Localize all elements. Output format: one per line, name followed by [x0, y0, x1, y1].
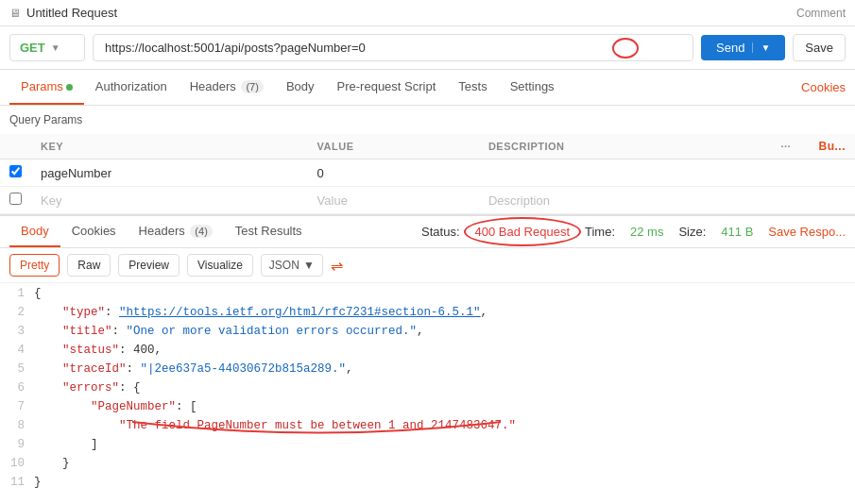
- resp-headers-badge: (4): [190, 225, 212, 238]
- save-button[interactable]: Save: [793, 34, 846, 61]
- tab-params[interactable]: Params: [9, 70, 84, 105]
- response-panel: Body Cookies Headers (4) Test Results St…: [0, 214, 855, 498]
- wrap-icon[interactable]: ⇌: [331, 257, 343, 275]
- empty-key-cell[interactable]: Key: [31, 187, 308, 214]
- tab-body[interactable]: Body: [275, 70, 326, 105]
- method-select[interactable]: GET ▼: [9, 34, 85, 61]
- code-line-9: 9 ]: [0, 438, 855, 457]
- tab-headers[interactable]: Headers (7): [179, 70, 275, 105]
- time-value: 22 ms: [630, 225, 663, 239]
- code-line-3: 3 "title": "One or more validation error…: [0, 325, 855, 344]
- request-tabs: Params Authorization Headers (7) Body Pr…: [0, 70, 855, 106]
- status-value: 400 Bad Request: [475, 225, 570, 239]
- col-key: KEY: [31, 134, 308, 160]
- code-line-11: 11 }: [0, 476, 855, 495]
- value-cell[interactable]: 0: [308, 160, 479, 187]
- url-input-wrapper: [93, 34, 693, 61]
- title-bar: 🖥 Untitled Request Comment: [0, 0, 855, 26]
- status-label: Status:: [421, 225, 459, 239]
- query-params-header: Query Params: [0, 106, 855, 134]
- code-line-2: 2 "type": "https://tools.ietf.org/html/r…: [0, 306, 855, 325]
- params-dot: [66, 84, 73, 91]
- format-raw[interactable]: Raw: [67, 254, 111, 277]
- document-icon: 🖥: [9, 7, 21, 20]
- code-line-4: 4 "status": 400,: [0, 344, 855, 362]
- request-panel: Query Params KEY VALUE DESCRIPTION ··· B…: [0, 106, 855, 214]
- code-line-1: 1 {: [0, 287, 855, 306]
- format-preview[interactable]: Preview: [118, 254, 180, 277]
- code-line-6: 6 "errors": {: [0, 381, 855, 400]
- format-pretty[interactable]: Pretty: [9, 254, 60, 277]
- row-checkbox[interactable]: [9, 165, 22, 177]
- tab-prerequest[interactable]: Pre-request Script: [326, 70, 448, 105]
- response-status: Status: 400 Bad Request Time: 22 ms Size…: [421, 225, 846, 239]
- key-cell[interactable]: pageNumber: [31, 160, 308, 187]
- format-bar: Pretty Raw Preview Visualize JSON ▼ ⇌: [0, 248, 855, 283]
- bulk-edit-button[interactable]: Bu...: [819, 140, 846, 153]
- size-value: 411 B: [721, 225, 753, 239]
- comment-button[interactable]: Comment: [796, 7, 846, 20]
- params-table: KEY VALUE DESCRIPTION ··· Bu... pageNumb…: [0, 134, 855, 214]
- col-value: VALUE: [308, 134, 479, 160]
- empty-value-cell[interactable]: Value: [308, 187, 479, 214]
- empty-desc-cell[interactable]: Description: [479, 187, 772, 214]
- code-line-7: 7 "PageNumber": [: [0, 400, 855, 419]
- resp-tab-cookies[interactable]: Cookies: [60, 216, 128, 247]
- desc-cell[interactable]: [479, 160, 772, 187]
- resp-tab-test-results[interactable]: Test Results: [224, 216, 314, 247]
- code-line-8: 8 "The field PageNumber must be between …: [0, 419, 855, 438]
- code-line-5: 5 "traceId": "|2ee637a5-44030672b815a289…: [0, 362, 855, 381]
- request-title: Untitled Request: [26, 6, 117, 20]
- tab-tests[interactable]: Tests: [447, 70, 498, 105]
- url-bar: GET ▼ Send ▼ Save: [0, 26, 855, 70]
- code-line-10: 10 }: [0, 457, 855, 476]
- table-row-empty: Key Value Description: [0, 187, 855, 214]
- response-tabs: Body Cookies Headers (4) Test Results St…: [0, 216, 855, 248]
- method-chevron: ▼: [51, 42, 60, 53]
- format-value: JSON: [269, 259, 299, 272]
- headers-badge: (7): [241, 80, 263, 93]
- col-more: ···: [772, 134, 810, 160]
- status-circle-wrapper: 400 Bad Request: [475, 225, 570, 239]
- size-label: Size:: [678, 225, 706, 239]
- time-label: Time:: [585, 225, 615, 239]
- format-select[interactable]: JSON ▼: [261, 254, 323, 277]
- empty-row-checkbox[interactable]: [9, 193, 22, 205]
- resp-tab-headers[interactable]: Headers (4): [128, 216, 224, 247]
- format-chevron: ▼: [303, 259, 315, 272]
- method-label: GET: [20, 41, 45, 55]
- col-bulk: Bu...: [810, 134, 856, 160]
- send-chevron: ▼: [752, 42, 770, 53]
- table-row: pageNumber 0: [0, 160, 855, 187]
- tab-settings[interactable]: Settings: [499, 70, 566, 105]
- more-icon[interactable]: ···: [781, 141, 792, 152]
- code-area[interactable]: 1 { 2 "type": "https://tools.ietf.org/ht…: [0, 283, 855, 498]
- col-description: DESCRIPTION: [479, 134, 772, 160]
- url-input[interactable]: [93, 34, 693, 61]
- send-button[interactable]: Send ▼: [701, 35, 785, 60]
- save-response-button[interactable]: Save Respo...: [768, 225, 846, 239]
- cookies-link[interactable]: Cookies: [801, 80, 846, 94]
- tab-authorization[interactable]: Authorization: [84, 70, 179, 105]
- resp-tab-body[interactable]: Body: [9, 216, 60, 247]
- col-checkbox: [0, 134, 31, 160]
- format-visualize[interactable]: Visualize: [187, 254, 253, 277]
